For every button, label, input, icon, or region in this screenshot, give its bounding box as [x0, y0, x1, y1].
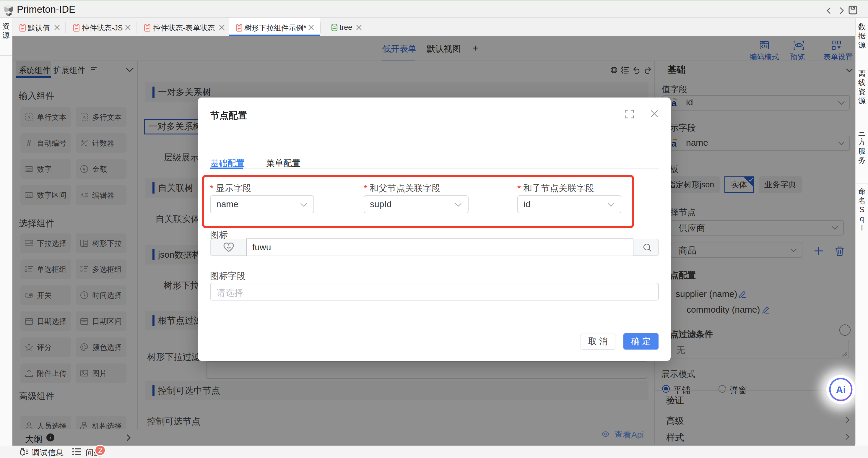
svg-text:Ai: Ai: [836, 384, 846, 395]
